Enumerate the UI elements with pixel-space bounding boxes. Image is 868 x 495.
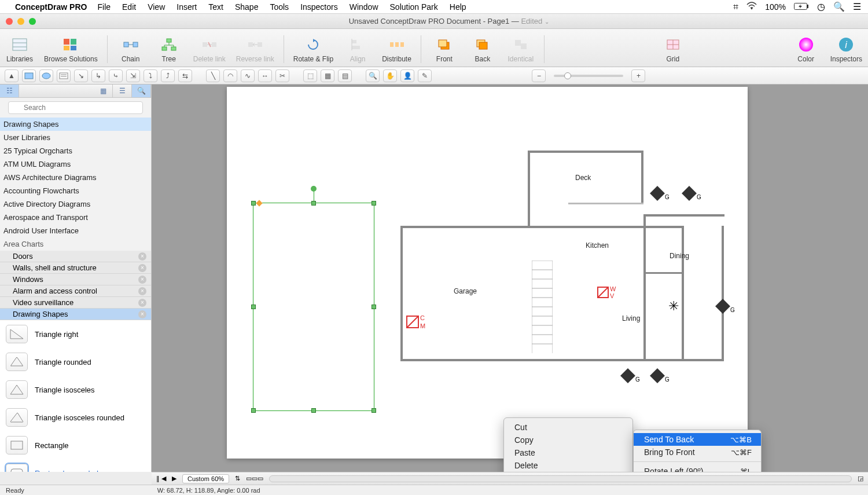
resize-handle-e[interactable] bbox=[372, 305, 376, 309]
menu-tools[interactable]: Tools bbox=[270, 2, 289, 12]
sb-cat-orgcharts[interactable]: 25 Typical Orgcharts bbox=[0, 144, 151, 157]
control-center-icon[interactable]: ⌗ bbox=[733, 2, 738, 12]
tb-chain[interactable]: Chain bbox=[117, 36, 145, 63]
shape-triangle-isosceles-rounded[interactable]: Triangle isosceles rounded bbox=[0, 404, 151, 431]
close-icon[interactable]: × bbox=[138, 310, 146, 318]
menu-file[interactable]: File bbox=[97, 2, 111, 12]
battery-icon[interactable] bbox=[794, 2, 809, 12]
window-close-button[interactable] bbox=[6, 18, 13, 25]
sidebar-tab-grid[interactable]: ▦ bbox=[94, 85, 113, 97]
tool-dimension[interactable]: ↔ bbox=[258, 69, 272, 82]
tool-hand[interactable]: ✋ bbox=[383, 69, 397, 82]
tb-grid[interactable]: Grid bbox=[659, 36, 687, 63]
ctx-bring-to-front[interactable]: Bring To Front⌥⌘F bbox=[634, 446, 761, 459]
ctx-rotate-left[interactable]: Rotate Left (90º)⌘L bbox=[634, 465, 761, 472]
menu-insert[interactable]: Insert bbox=[176, 2, 197, 12]
shape-rectangle-rounded[interactable]: Rectangle rounded bbox=[0, 459, 151, 472]
tb-front[interactable]: Front bbox=[431, 36, 458, 63]
tool-text[interactable] bbox=[57, 69, 71, 82]
app-name[interactable]: ConceptDraw PRO bbox=[15, 2, 87, 12]
tool-line[interactable]: ╲ bbox=[206, 69, 220, 82]
ctx-send-to-back[interactable]: Send To Back⌥⌘B bbox=[634, 433, 761, 446]
resize-handle-s[interactable] bbox=[311, 408, 316, 413]
tool-group1[interactable]: ⬚ bbox=[303, 69, 317, 82]
sb-cat-active-directory[interactable]: Active Directory Diagrams bbox=[0, 197, 151, 211]
spotlight-icon[interactable]: 🔍 bbox=[833, 1, 845, 12]
resize-handle-n[interactable] bbox=[311, 201, 316, 206]
resize-handle-ne[interactable] bbox=[372, 201, 376, 206]
sb-lib-windows[interactable]: Windows× bbox=[0, 274, 151, 285]
resize-handle-nw[interactable] bbox=[251, 201, 256, 206]
sb-cat-android[interactable]: Android User Interface bbox=[0, 224, 151, 237]
tb-inspectors[interactable]: iInspectors bbox=[830, 36, 862, 63]
menu-view[interactable]: View bbox=[148, 2, 165, 12]
resize-handle-se[interactable] bbox=[372, 408, 376, 413]
sb-cat-user-libraries[interactable]: User Libraries bbox=[0, 131, 151, 144]
shape-triangle-right[interactable]: Triangle right bbox=[0, 320, 151, 348]
sb-lib-drawing-shapes[interactable]: Drawing Shapes× bbox=[0, 309, 151, 320]
tool-pencil[interactable]: ✎ bbox=[418, 69, 432, 82]
zoom-out-button[interactable]: − bbox=[532, 69, 546, 82]
tool-arc[interactable]: ◠ bbox=[223, 69, 237, 82]
resize-handle-w[interactable] bbox=[251, 305, 256, 309]
close-icon[interactable]: × bbox=[138, 287, 146, 295]
horizontal-scrollbar[interactable] bbox=[269, 475, 852, 482]
zoom-in-button[interactable]: + bbox=[631, 69, 645, 82]
tool-pointer[interactable]: ▲ bbox=[5, 69, 19, 82]
tool-zoom[interactable]: 🔍 bbox=[366, 69, 380, 82]
shape-triangle-isosceles[interactable]: Triangle isosceles bbox=[0, 376, 151, 404]
window-zoom-button[interactable] bbox=[29, 18, 36, 25]
sidebar-tab-search[interactable]: 🔍 bbox=[132, 85, 151, 97]
zoom-slider[interactable] bbox=[554, 75, 623, 77]
tool-crop[interactable]: ✂ bbox=[275, 69, 289, 82]
page-nav-prev[interactable]: ‖ ◀ bbox=[156, 475, 166, 482]
sb-cat-drawing-shapes[interactable]: Drawing Shapes bbox=[0, 118, 151, 131]
sb-lib-doors[interactable]: Doors× bbox=[0, 251, 151, 262]
tool-connector4[interactable]: ⇲ bbox=[126, 69, 140, 82]
sb-lib-walls[interactable]: Walls, shell and structure× bbox=[0, 262, 151, 274]
sb-cat-area-charts[interactable]: Area Charts bbox=[0, 237, 151, 251]
zoom-field[interactable]: Custom 60% bbox=[182, 474, 229, 483]
page-thumbs-icon[interactable]: ▭▭▭ bbox=[246, 475, 263, 482]
menu-inspectors[interactable]: Inspectors bbox=[300, 2, 338, 12]
ctx-cut[interactable]: Cut bbox=[504, 421, 632, 434]
tool-connector6[interactable]: ⤴ bbox=[161, 69, 175, 82]
tb-browse-solutions[interactable]: Browse Solutions bbox=[44, 36, 98, 63]
tool-connector7[interactable]: ⇆ bbox=[178, 69, 192, 82]
close-icon[interactable]: × bbox=[138, 299, 146, 307]
tb-libraries[interactable]: Libraries bbox=[6, 36, 34, 63]
tool-bezier[interactable]: ∿ bbox=[241, 69, 255, 82]
sb-cat-aerospace[interactable]: Aerospace and Transport bbox=[0, 211, 151, 224]
clock-icon[interactable]: ◷ bbox=[817, 1, 825, 12]
sidebar-tab-tree[interactable]: ☷ bbox=[0, 85, 19, 97]
tool-rect[interactable] bbox=[22, 69, 36, 82]
menu-window[interactable]: Window bbox=[350, 2, 378, 12]
sb-lib-alarm[interactable]: Alarm and access control× bbox=[0, 285, 151, 297]
tb-distribute[interactable]: Distribute bbox=[382, 36, 411, 63]
tb-tree[interactable]: Tree bbox=[155, 36, 183, 63]
zoom-stepper-icon[interactable]: ⇅ bbox=[235, 475, 240, 482]
page[interactable]: Deck Kitchen Dining Garage Living G G G … bbox=[227, 87, 748, 459]
menu-extra-icon[interactable]: ☰ bbox=[853, 1, 861, 12]
tb-color[interactable]: Color bbox=[792, 36, 820, 63]
tb-rotate-flip[interactable]: Rotate & Flip bbox=[293, 36, 333, 63]
sidebar-tab-list[interactable]: ☰ bbox=[113, 85, 132, 97]
window-minimize-button[interactable] bbox=[17, 18, 24, 25]
shape-rectangle[interactable]: Rectangle bbox=[0, 431, 151, 459]
ctx-copy[interactable]: Copy bbox=[504, 434, 632, 446]
tool-connector5[interactable]: ⤵ bbox=[144, 69, 157, 82]
wifi-icon[interactable] bbox=[746, 2, 757, 12]
tool-connector2[interactable]: ↳ bbox=[91, 69, 105, 82]
ctx-paste[interactable]: Paste bbox=[504, 446, 632, 459]
menu-text[interactable]: Text bbox=[208, 2, 223, 12]
sidebar-search-input[interactable] bbox=[8, 101, 143, 114]
tool-group3[interactable]: ▤ bbox=[338, 69, 352, 82]
sb-cat-accounting[interactable]: Accounting Flowcharts bbox=[0, 184, 151, 197]
tool-ellipse[interactable] bbox=[39, 69, 53, 82]
tool-group2[interactable]: ▦ bbox=[321, 69, 334, 82]
sb-lib-video[interactable]: Video surveillance× bbox=[0, 297, 151, 309]
title-chevron-icon[interactable]: ⌄ bbox=[545, 19, 549, 25]
shape-triangle-rounded[interactable]: Triangle rounded bbox=[0, 348, 151, 376]
sb-cat-atm-uml[interactable]: ATM UML Diagrams bbox=[0, 157, 151, 171]
close-icon[interactable]: × bbox=[138, 252, 146, 261]
